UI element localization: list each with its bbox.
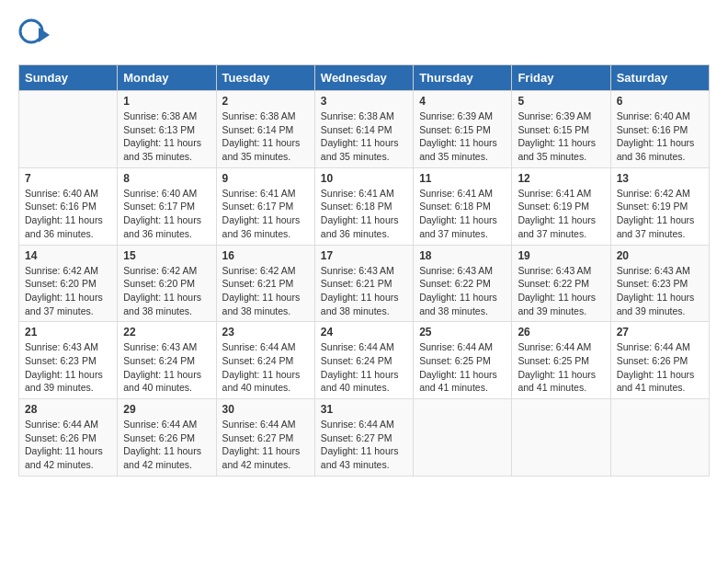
calendar-day-cell: 24Sunrise: 6:44 AM Sunset: 6:24 PM Dayli…	[314, 322, 413, 399]
calendar-week-row: 7Sunrise: 6:40 AM Sunset: 6:16 PM Daylig…	[19, 167, 710, 245]
day-of-week-header: Thursday	[414, 65, 512, 91]
calendar-day-cell: 9Sunrise: 6:41 AM Sunset: 6:17 PM Daylig…	[216, 167, 314, 245]
day-of-week-header: Monday	[118, 65, 216, 91]
logo-icon	[18, 18, 51, 55]
day-of-week-header: Tuesday	[216, 65, 314, 91]
calendar-day-cell: 3Sunrise: 6:38 AM Sunset: 6:14 PM Daylig…	[314, 91, 413, 168]
calendar-header-row: SundayMondayTuesdayWednesdayThursdayFrid…	[19, 65, 710, 91]
day-info: Sunrise: 6:40 AM Sunset: 6:16 PM Dayligh…	[617, 109, 703, 164]
calendar-day-cell	[414, 399, 512, 477]
calendar-day-cell: 22Sunrise: 6:43 AM Sunset: 6:24 PM Dayli…	[118, 322, 216, 399]
day-number: 20	[617, 249, 703, 262]
calendar-week-row: 1Sunrise: 6:38 AM Sunset: 6:13 PM Daylig…	[19, 91, 710, 168]
calendar-day-cell: 16Sunrise: 6:42 AM Sunset: 6:21 PM Dayli…	[216, 245, 314, 322]
day-info: Sunrise: 6:44 AM Sunset: 6:24 PM Dayligh…	[222, 340, 309, 395]
day-info: Sunrise: 6:38 AM Sunset: 6:14 PM Dayligh…	[321, 109, 407, 164]
day-number: 29	[123, 403, 210, 416]
page-header	[18, 18, 710, 55]
day-number: 25	[419, 326, 506, 339]
day-info: Sunrise: 6:44 AM Sunset: 6:25 PM Dayligh…	[518, 340, 604, 395]
calendar-table: SundayMondayTuesdayWednesdayThursdayFrid…	[18, 64, 710, 477]
calendar-day-cell: 18Sunrise: 6:43 AM Sunset: 6:22 PM Dayli…	[414, 245, 512, 322]
calendar-day-cell: 31Sunrise: 6:44 AM Sunset: 6:27 PM Dayli…	[314, 399, 413, 477]
day-number: 24	[321, 326, 407, 339]
day-info: Sunrise: 6:41 AM Sunset: 6:18 PM Dayligh…	[321, 187, 407, 241]
day-info: Sunrise: 6:42 AM Sunset: 6:20 PM Dayligh…	[25, 264, 111, 318]
day-number: 2	[222, 95, 309, 108]
day-number: 16	[222, 249, 309, 262]
day-of-week-header: Wednesday	[314, 65, 413, 91]
day-number: 6	[617, 95, 703, 108]
day-info: Sunrise: 6:44 AM Sunset: 6:24 PM Dayligh…	[321, 340, 407, 395]
calendar-day-cell: 13Sunrise: 6:42 AM Sunset: 6:19 PM Dayli…	[610, 167, 709, 245]
day-number: 22	[123, 326, 210, 339]
day-info: Sunrise: 6:43 AM Sunset: 6:23 PM Dayligh…	[25, 340, 111, 395]
day-number: 14	[25, 249, 111, 262]
calendar-day-cell: 23Sunrise: 6:44 AM Sunset: 6:24 PM Dayli…	[216, 322, 314, 399]
day-number: 28	[25, 403, 111, 416]
day-number: 31	[321, 403, 407, 416]
day-info: Sunrise: 6:43 AM Sunset: 6:22 PM Dayligh…	[518, 264, 604, 318]
calendar-day-cell: 19Sunrise: 6:43 AM Sunset: 6:22 PM Dayli…	[512, 245, 610, 322]
day-number: 13	[617, 172, 703, 185]
day-info: Sunrise: 6:41 AM Sunset: 6:18 PM Dayligh…	[419, 187, 506, 241]
calendar-day-cell: 5Sunrise: 6:39 AM Sunset: 6:15 PM Daylig…	[512, 91, 610, 168]
day-info: Sunrise: 6:44 AM Sunset: 6:27 PM Dayligh…	[222, 418, 309, 472]
calendar-day-cell: 20Sunrise: 6:43 AM Sunset: 6:23 PM Dayli…	[610, 245, 709, 322]
day-number: 18	[419, 249, 506, 262]
day-info: Sunrise: 6:43 AM Sunset: 6:21 PM Dayligh…	[321, 264, 407, 318]
calendar-day-cell: 21Sunrise: 6:43 AM Sunset: 6:23 PM Dayli…	[19, 322, 118, 399]
calendar-week-row: 28Sunrise: 6:44 AM Sunset: 6:26 PM Dayli…	[19, 399, 710, 477]
calendar-day-cell: 10Sunrise: 6:41 AM Sunset: 6:18 PM Dayli…	[314, 167, 413, 245]
svg-marker-1	[39, 28, 50, 42]
day-info: Sunrise: 6:43 AM Sunset: 6:24 PM Dayligh…	[123, 340, 210, 395]
calendar-day-cell: 27Sunrise: 6:44 AM Sunset: 6:26 PM Dayli…	[610, 322, 709, 399]
day-info: Sunrise: 6:44 AM Sunset: 6:26 PM Dayligh…	[617, 340, 703, 395]
day-number: 26	[518, 326, 604, 339]
day-info: Sunrise: 6:43 AM Sunset: 6:23 PM Dayligh…	[617, 264, 703, 318]
calendar-day-cell: 15Sunrise: 6:42 AM Sunset: 6:20 PM Dayli…	[118, 245, 216, 322]
day-of-week-header: Sunday	[19, 65, 118, 91]
day-info: Sunrise: 6:41 AM Sunset: 6:19 PM Dayligh…	[518, 187, 604, 241]
calendar-day-cell: 29Sunrise: 6:44 AM Sunset: 6:26 PM Dayli…	[118, 399, 216, 477]
day-info: Sunrise: 6:40 AM Sunset: 6:16 PM Dayligh…	[25, 187, 111, 241]
day-number: 15	[123, 249, 210, 262]
day-number: 8	[123, 172, 210, 185]
calendar-day-cell: 11Sunrise: 6:41 AM Sunset: 6:18 PM Dayli…	[414, 167, 512, 245]
day-info: Sunrise: 6:42 AM Sunset: 6:19 PM Dayligh…	[617, 187, 703, 241]
day-number: 1	[123, 95, 210, 108]
day-info: Sunrise: 6:42 AM Sunset: 6:21 PM Dayligh…	[222, 264, 309, 318]
calendar-day-cell: 1Sunrise: 6:38 AM Sunset: 6:13 PM Daylig…	[118, 91, 216, 168]
day-number: 21	[25, 326, 111, 339]
calendar-day-cell: 25Sunrise: 6:44 AM Sunset: 6:25 PM Dayli…	[414, 322, 512, 399]
day-of-week-header: Friday	[512, 65, 610, 91]
calendar-day-cell: 2Sunrise: 6:38 AM Sunset: 6:14 PM Daylig…	[216, 91, 314, 168]
day-number: 4	[419, 95, 506, 108]
calendar-day-cell	[19, 91, 118, 168]
calendar-week-row: 21Sunrise: 6:43 AM Sunset: 6:23 PM Dayli…	[19, 322, 710, 399]
calendar-week-row: 14Sunrise: 6:42 AM Sunset: 6:20 PM Dayli…	[19, 245, 710, 322]
calendar-day-cell: 17Sunrise: 6:43 AM Sunset: 6:21 PM Dayli…	[314, 245, 413, 322]
day-info: Sunrise: 6:44 AM Sunset: 6:26 PM Dayligh…	[25, 418, 111, 472]
day-number: 11	[419, 172, 506, 185]
day-info: Sunrise: 6:43 AM Sunset: 6:22 PM Dayligh…	[419, 264, 506, 318]
day-info: Sunrise: 6:42 AM Sunset: 6:20 PM Dayligh…	[123, 264, 210, 318]
day-number: 10	[321, 172, 407, 185]
day-info: Sunrise: 6:38 AM Sunset: 6:14 PM Dayligh…	[222, 109, 309, 164]
day-info: Sunrise: 6:44 AM Sunset: 6:26 PM Dayligh…	[123, 418, 210, 472]
logo	[18, 18, 55, 55]
day-info: Sunrise: 6:38 AM Sunset: 6:13 PM Dayligh…	[123, 109, 210, 164]
day-number: 19	[518, 249, 604, 262]
calendar-day-cell: 4Sunrise: 6:39 AM Sunset: 6:15 PM Daylig…	[414, 91, 512, 168]
day-info: Sunrise: 6:41 AM Sunset: 6:17 PM Dayligh…	[222, 187, 309, 241]
calendar-day-cell: 8Sunrise: 6:40 AM Sunset: 6:17 PM Daylig…	[118, 167, 216, 245]
day-number: 7	[25, 172, 111, 185]
calendar-day-cell: 6Sunrise: 6:40 AM Sunset: 6:16 PM Daylig…	[610, 91, 709, 168]
day-info: Sunrise: 6:44 AM Sunset: 6:25 PM Dayligh…	[419, 340, 506, 395]
calendar-day-cell: 26Sunrise: 6:44 AM Sunset: 6:25 PM Dayli…	[512, 322, 610, 399]
calendar-day-cell: 14Sunrise: 6:42 AM Sunset: 6:20 PM Dayli…	[19, 245, 118, 322]
day-number: 5	[518, 95, 604, 108]
day-number: 9	[222, 172, 309, 185]
day-of-week-header: Saturday	[610, 65, 709, 91]
calendar-day-cell: 30Sunrise: 6:44 AM Sunset: 6:27 PM Dayli…	[216, 399, 314, 477]
